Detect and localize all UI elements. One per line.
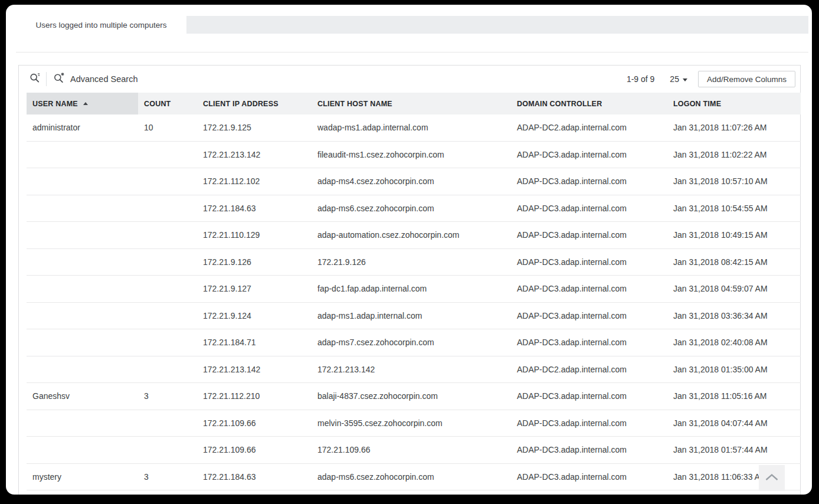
cell-client-ip-address: 172.21.213.142: [197, 142, 312, 168]
table-row: 172.21.184.63 adap-ms6.csez.zohocorpin.c…: [27, 195, 801, 222]
cell-logon-time: Jan 31,2018 03:36:34 AM: [667, 303, 801, 329]
chevron-up-icon: [765, 473, 779, 483]
cell-client-ip-address: 172.21.109.66: [197, 437, 312, 463]
cell-domain-controller: ADAP-DC3.adap.internal.com: [511, 142, 667, 168]
toolbar-divider: [46, 72, 47, 86]
add-remove-columns-label: Add/Remove Columns: [707, 75, 787, 84]
cell-logon-time: Jan 31,2018 11:07:26 AM: [667, 114, 801, 141]
cell-logon-time: Jan 31,2018 08:42:15 AM: [667, 249, 801, 276]
cell-user-name: Ganeshsv: [27, 383, 138, 410]
cell-client-host-name: 172.21.213.142: [312, 356, 511, 383]
column-header-client-ip-address[interactable]: CLIENT IP ADDRESS: [197, 93, 312, 114]
table-row: 172.21.9.124 adap-ms1.adap.internal.com …: [27, 303, 801, 330]
cell-count: 3: [138, 464, 197, 490]
cell-logon-time: Jan 31,2018 01:57:44 AM: [667, 437, 801, 463]
column-header-label: COUNT: [144, 100, 171, 108]
cell-client-host-name: fileaudit-ms1.csez.zohocorpin.com: [312, 142, 511, 168]
column-search-button[interactable]: [27, 71, 42, 87]
cell-logon-time: Jan 31,2018 04:59:07 AM: [667, 276, 801, 302]
cell-client-ip-address: 172.21.9.127: [197, 276, 312, 302]
table-row: administrator 10 172.21.9.125 wadap-ms1.…: [27, 114, 801, 142]
pagination-range: 1-9 of 9: [627, 74, 654, 84]
cell-domain-controller: ADAP-DC3.adap.internal.com: [511, 303, 667, 329]
table-row: 172.21.109.66 melvin-3595.csez.zohocorpi…: [27, 410, 801, 437]
table-row: 172.21.184.71 adap-ms7.csez.zohocorpin.c…: [27, 329, 801, 356]
table-body: administrator 10 172.21.9.125 wadap-ms1.…: [19, 114, 800, 490]
table-row: 172.21.9.127 fap-dc1.fap.adap.internal.c…: [27, 276, 801, 303]
advanced-search-icon: [53, 72, 65, 86]
column-header-label: LOGON TIME: [673, 100, 721, 108]
column-header-count[interactable]: COUNT: [138, 93, 197, 114]
tab-label: Users logged into multiple computers: [35, 21, 166, 30]
cell-domain-controller: ADAP-DC2.adap.internal.com: [511, 356, 667, 383]
column-header-user-name[interactable]: USER NAME: [27, 93, 138, 114]
cell-logon-time: Jan 31,2018 10:49:15 AM: [667, 222, 801, 248]
table-row: 172.21.110.129 adap-automation.csez.zoho…: [27, 222, 801, 249]
cell-count: 10: [138, 114, 197, 141]
column-header-label: CLIENT HOST NAME: [317, 100, 392, 108]
cell-domain-controller: ADAP-DC3.adap.internal.com: [511, 410, 667, 437]
cell-client-host-name: melvin-3595.csez.zohocorpin.com: [312, 410, 511, 437]
advanced-search-button[interactable]: [51, 71, 67, 87]
cell-client-ip-address: 172.21.110.129: [197, 222, 312, 248]
cell-domain-controller: ADAP-DC3.adap.internal.com: [511, 195, 667, 222]
cell-user-name: [27, 303, 138, 329]
cell-domain-controller: ADAP-DC3.adap.internal.com: [511, 249, 667, 276]
cell-user-name: [27, 195, 138, 222]
cell-client-ip-address: 172.21.9.126: [197, 249, 312, 276]
cell-client-ip-address: 172.21.9.125: [197, 114, 312, 141]
cell-user-name: [27, 329, 138, 356]
add-remove-columns-button[interactable]: Add/Remove Columns: [698, 71, 795, 87]
cell-logon-time: Jan 31,2018 10:57:10 AM: [667, 168, 801, 195]
cell-domain-controller: ADAP-DC3.adap.internal.com: [511, 329, 667, 356]
cell-count: [138, 437, 197, 463]
column-header-label: DOMAIN CONTROLLER: [517, 100, 602, 108]
tab-bar: Users logged into multiple computers: [16, 16, 808, 34]
cell-user-name: [27, 249, 138, 276]
column-header-label: CLIENT IP ADDRESS: [203, 100, 279, 108]
column-header-domain-controller[interactable]: DOMAIN CONTROLLER: [511, 93, 667, 114]
cell-client-ip-address: 172.21.184.71: [197, 329, 312, 356]
cell-count: [138, 410, 197, 437]
cell-domain-controller: ADAP-DC3.adap.internal.com: [511, 383, 667, 410]
cell-client-ip-address: 172.21.184.63: [197, 195, 312, 222]
page-size-dropdown[interactable]: 25: [670, 74, 687, 84]
cell-user-name: [27, 410, 138, 437]
cell-client-host-name: adap-ms4.csez.zohocorpin.com: [312, 168, 511, 195]
table-row: Ganeshsv 3 172.21.112.210 balaji-4837.cs…: [27, 383, 801, 410]
cell-domain-controller: ADAP-DC3.adap.internal.com: [511, 222, 667, 248]
cell-count: [138, 249, 197, 276]
cell-count: [138, 329, 197, 356]
table-toolbar: Advanced Search 1-9 of 9 25 Add/Remove C…: [19, 66, 800, 93]
cell-client-ip-address: 172.21.213.142: [197, 356, 312, 383]
cell-client-host-name: 172.21.109.66: [312, 437, 511, 463]
cell-logon-time: Jan 31,2018 10:54:55 AM: [667, 195, 801, 222]
cell-client-host-name: 172.21.9.126: [312, 249, 511, 276]
table-row: 172.21.112.102 adap-ms4.csez.zohocorpin.…: [27, 168, 801, 195]
cell-count: [138, 276, 197, 302]
table-header-row: USER NAME COUNT CLIENT IP ADDRESS CLIENT…: [27, 93, 801, 114]
cell-user-name: [27, 168, 138, 195]
cell-user-name: [27, 437, 138, 463]
cell-client-ip-address: 172.21.184.63: [197, 464, 312, 490]
cell-client-host-name: balaji-4837.csez.zohocorpin.com: [312, 383, 511, 410]
cell-client-host-name: adap-automation.csez.zohocorpin.com: [312, 222, 511, 248]
column-header-client-host-name[interactable]: CLIENT HOST NAME: [312, 93, 511, 114]
column-header-logon-time[interactable]: LOGON TIME: [667, 93, 801, 114]
cell-client-host-name: adap-ms6.csez.zohocorpin.com: [312, 195, 511, 222]
cell-count: [138, 142, 197, 168]
cell-client-host-name: fap-dc1.fap.adap.internal.com: [312, 276, 511, 302]
table-row: mystery 3 172.21.184.63 adap-ms6.csez.zo…: [27, 464, 801, 491]
scroll-to-top-button[interactable]: [759, 465, 785, 491]
cell-count: [138, 303, 197, 329]
cell-logon-time: Jan 31,2018 11:05:16 AM: [667, 383, 801, 410]
tab-users-logged-multiple-computers[interactable]: Users logged into multiple computers: [16, 16, 186, 34]
page-size-value: 25: [670, 74, 679, 84]
report-panel: Advanced Search 1-9 of 9 25 Add/Remove C…: [18, 65, 801, 495]
table-row: 172.21.9.126 172.21.9.126 ADAP-DC3.adap.…: [27, 249, 801, 276]
cell-count: [138, 195, 197, 222]
cell-domain-controller: ADAP-DC2.adap.internal.com: [511, 114, 667, 141]
table-row: 172.21.109.66 172.21.109.66 ADAP-DC3.ada…: [27, 437, 801, 464]
advanced-search-label[interactable]: Advanced Search: [70, 74, 137, 84]
cell-domain-controller: ADAP-DC3.adap.internal.com: [511, 464, 667, 490]
